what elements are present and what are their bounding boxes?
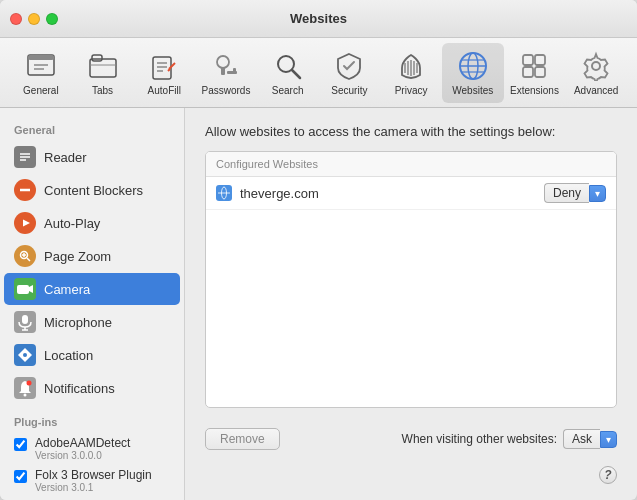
website-row[interactable]: theverge.com Deny ▾ <box>206 177 616 210</box>
sidebar-item-page-zoom[interactable]: Page Zoom <box>4 240 180 272</box>
titlebar: Websites <box>0 0 637 38</box>
sidebar-item-content-blockers[interactable]: Content Blockers <box>4 174 180 206</box>
plugin-item-folx[interactable]: Folx 3 Browser Plugin Version 3.0.1 <box>4 465 180 496</box>
traffic-lights <box>10 13 58 25</box>
plugin-version-folx: Version 3.0.1 <box>35 482 152 493</box>
ask-dropdown-button[interactable]: ▾ <box>600 431 617 448</box>
toolbar-item-autofill[interactable]: AutoFill <box>133 43 195 103</box>
content-area: Allow websites to access the camera with… <box>185 108 637 500</box>
toolbar-label-tabs: Tabs <box>92 86 113 96</box>
security-icon <box>333 50 365 82</box>
sidebar-section-general: General <box>0 118 184 140</box>
window-title: Websites <box>290 11 347 26</box>
svg-marker-46 <box>29 285 33 293</box>
help-area: ? <box>205 462 617 484</box>
passwords-icon <box>210 50 242 82</box>
plugin-checkbox-folx[interactable] <box>14 470 27 483</box>
auto-play-icon <box>14 212 36 234</box>
toolbar-label-autofill: AutoFill <box>148 86 181 96</box>
ask-select-wrapper: Ask ▾ <box>563 429 617 449</box>
websites-box: Configured Websites theverge.com D <box>205 151 617 408</box>
svg-rect-29 <box>523 67 533 77</box>
toolbar-label-extensions: Extensions <box>510 86 559 96</box>
svg-rect-12 <box>221 67 225 75</box>
toolbar-item-advanced[interactable]: Advanced <box>565 43 627 103</box>
svg-rect-47 <box>22 315 28 324</box>
microphone-icon <box>14 311 36 333</box>
toolbar-item-security[interactable]: Security <box>319 43 381 103</box>
website-control: Deny ▾ <box>544 183 606 203</box>
deny-dropdown-button[interactable]: ▾ <box>589 185 606 202</box>
search-icon <box>272 50 304 82</box>
toolbar-label-websites: Websites <box>452 86 493 96</box>
toolbar-item-websites[interactable]: Websites <box>442 43 504 103</box>
notifications-icon <box>14 377 36 399</box>
sidebar-item-label-notifications: Notifications <box>44 381 115 396</box>
svg-point-11 <box>217 56 229 68</box>
other-websites-label: When visiting other websites: <box>402 432 557 446</box>
plugin-text-folx: Folx 3 Browser Plugin Version 3.0.1 <box>35 468 152 493</box>
sidebar-item-microphone[interactable]: Microphone <box>4 306 180 338</box>
svg-rect-5 <box>92 55 102 61</box>
tabs-icon <box>87 50 119 82</box>
sidebar-item-label-camera: Camera <box>44 282 90 297</box>
other-websites: When visiting other websites: Ask ▾ <box>402 429 617 449</box>
toolbar-label-privacy: Privacy <box>395 86 428 96</box>
plugin-text-adobe: AdobeAAMDetect Version 3.0.0.0 <box>35 436 130 461</box>
sidebar-section-plugins: Plug-ins <box>0 410 184 432</box>
toolbar-label-passwords: Passwords <box>201 86 250 96</box>
sidebar-item-notifications[interactable]: Notifications <box>4 372 180 404</box>
sidebar-item-label-reader: Reader <box>44 150 87 165</box>
close-button[interactable] <box>10 13 22 25</box>
websites-list: theverge.com Deny ▾ <box>206 177 616 407</box>
autofill-icon <box>148 50 180 82</box>
sidebar-item-label-microphone: Microphone <box>44 315 112 330</box>
toolbar-label-search: Search <box>272 86 304 96</box>
toolbar-item-search[interactable]: Search <box>257 43 319 103</box>
sidebar-item-location[interactable]: Location <box>4 339 180 371</box>
toolbar-label-general: General <box>23 86 59 96</box>
svg-point-52 <box>27 381 32 386</box>
svg-point-50 <box>23 353 27 357</box>
sidebar-item-reader[interactable]: Reader <box>4 141 180 173</box>
sidebar-item-label-content-blockers: Content Blockers <box>44 183 143 198</box>
sidebar-item-camera[interactable]: Camera <box>4 273 180 305</box>
sidebar-item-label-auto-play: Auto-Play <box>44 216 100 231</box>
content-description: Allow websites to access the camera with… <box>205 124 617 139</box>
svg-rect-28 <box>535 55 545 65</box>
svg-line-16 <box>292 70 300 78</box>
privacy-icon <box>395 50 427 82</box>
help-button[interactable]: ? <box>599 466 617 484</box>
extensions-icon <box>518 50 550 82</box>
plugin-checkbox-adobe[interactable] <box>14 438 27 451</box>
bottom-bar: Remove When visiting other websites: Ask… <box>205 420 617 450</box>
toolbar-item-extensions[interactable]: Extensions <box>504 43 566 103</box>
toolbar-label-security: Security <box>331 86 367 96</box>
sidebar-item-label-page-zoom: Page Zoom <box>44 249 111 264</box>
toolbar-item-tabs[interactable]: Tabs <box>72 43 134 103</box>
svg-point-51 <box>24 394 27 397</box>
plugin-item-adobe[interactable]: AdobeAAMDetect Version 3.0.0.0 <box>4 433 180 464</box>
toolbar: General Tabs <box>0 38 637 108</box>
general-icon <box>25 50 57 82</box>
svg-point-31 <box>592 62 600 70</box>
deny-button[interactable]: Deny <box>544 183 589 203</box>
svg-rect-1 <box>28 55 54 60</box>
configured-websites-header: Configured Websites <box>206 152 616 177</box>
svg-rect-7 <box>153 57 171 79</box>
maximize-button[interactable] <box>46 13 58 25</box>
main-area: General Reader <box>0 108 637 500</box>
plugin-name-folx: Folx 3 Browser Plugin <box>35 468 152 482</box>
advanced-icon <box>580 50 612 82</box>
toolbar-item-privacy[interactable]: Privacy <box>380 43 442 103</box>
plugin-version-adobe: Version 3.0.0.0 <box>35 450 130 461</box>
page-zoom-icon <box>14 245 36 267</box>
toolbar-label-advanced: Advanced <box>574 86 618 96</box>
toolbar-item-general[interactable]: General <box>10 43 72 103</box>
minimize-button[interactable] <box>28 13 40 25</box>
ask-select-button[interactable]: Ask <box>563 429 600 449</box>
location-icon <box>14 344 36 366</box>
remove-button[interactable]: Remove <box>205 428 280 450</box>
toolbar-item-passwords[interactable]: Passwords <box>195 43 257 103</box>
sidebar-item-auto-play[interactable]: Auto-Play <box>4 207 180 239</box>
